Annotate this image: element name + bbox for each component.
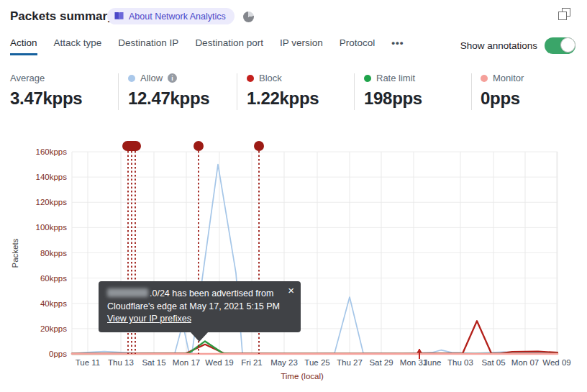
svg-text:140kpps: 140kpps — [36, 173, 68, 181]
y-axis-title: Packets — [11, 238, 19, 268]
svg-text:120kpps: 120kpps — [36, 198, 68, 206]
svg-text:May 23: May 23 — [270, 358, 298, 367]
svg-text:Tue 25: Tue 25 — [304, 358, 329, 367]
svg-text:Thu 03: Thu 03 — [447, 358, 473, 367]
svg-text:40kpps: 40kpps — [40, 299, 67, 308]
svg-text:Mon 07: Mon 07 — [511, 358, 539, 367]
svg-text:100kpps: 100kpps — [36, 223, 68, 232]
close-icon[interactable]: × — [288, 285, 294, 296]
svg-text:Sat 15: Sat 15 — [142, 358, 165, 367]
svg-text:0pps: 0pps — [49, 350, 67, 358]
packets-summary-panel: Packets summary About Network Analytics … — [0, 0, 587, 392]
view-ip-prefixes-link[interactable]: View your IP prefixes — [107, 314, 191, 324]
svg-text:Wed 09: Wed 09 — [542, 358, 570, 367]
svg-text:20kpps: 20kpps — [40, 324, 67, 333]
svg-text:June: June — [424, 358, 442, 367]
redacted-ip-prefix — [107, 288, 148, 297]
tooltip-arrow — [190, 332, 209, 342]
annotation-marker-pill[interactable] — [122, 141, 141, 151]
svg-text:160kpps: 160kpps — [36, 147, 68, 156]
tooltip-line1: .0/24 has been advertised from — [107, 288, 282, 301]
svg-text:80kpps: 80kpps — [40, 249, 67, 257]
svg-text:Sat 05: Sat 05 — [481, 358, 505, 367]
svg-text:60kpps: 60kpps — [40, 274, 67, 283]
svg-text:Sat 29: Sat 29 — [369, 358, 393, 367]
annotation-tooltip: × .0/24 has been advertised from Cloudfl… — [99, 281, 301, 332]
annotation-marker-dot[interactable] — [194, 141, 204, 151]
packets-chart: 0pps20kpps40kpps60kpps80kpps100kpps120kp… — [0, 0, 587, 392]
svg-text:Fri 21: Fri 21 — [241, 358, 262, 367]
tooltip-line2: Cloudflare's edge at May 17, 2021 5:15 P… — [107, 301, 282, 314]
annotation-marker-dot[interactable] — [254, 141, 264, 151]
svg-text:Wed 19: Wed 19 — [205, 358, 233, 367]
x-axis-title: Time (local) — [281, 372, 324, 380]
svg-text:Thu 13: Thu 13 — [108, 358, 134, 367]
svg-text:Mon 17: Mon 17 — [173, 358, 200, 367]
series-rate-limit — [72, 341, 558, 354]
svg-text:Tue 11: Tue 11 — [76, 358, 101, 367]
svg-text:Thu 27: Thu 27 — [337, 358, 363, 367]
